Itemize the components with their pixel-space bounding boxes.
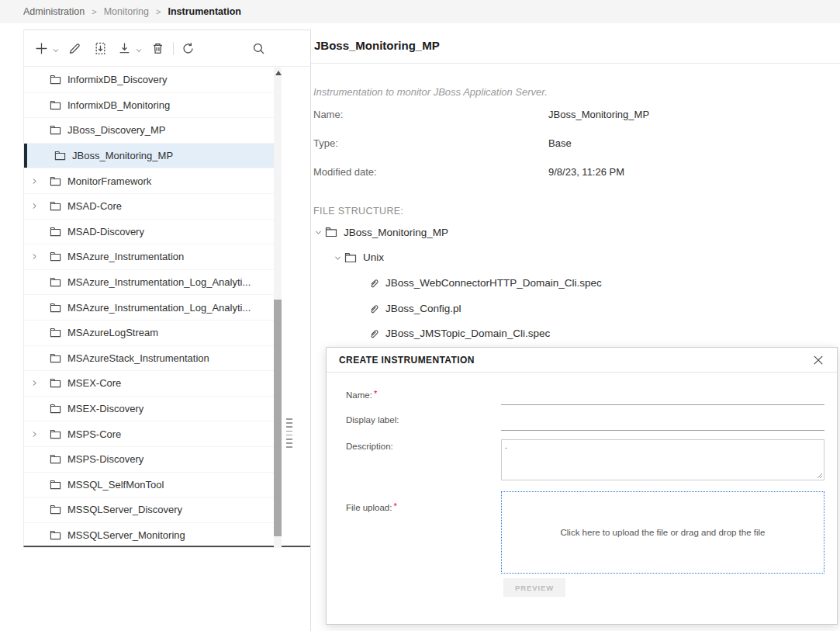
tree-item-mssqlserver-monitoring[interactable]: MSSQLServer_Monitoring: [24, 523, 274, 549]
tree-item-label: MSAD-Core: [67, 200, 122, 212]
breadcrumb: Administration > Monitoring > Instrument…: [0, 0, 840, 23]
fs-file-label: JBoss_WebConnectorHTTP_Domain_Cli.spec: [385, 277, 602, 289]
folder-icon: [49, 327, 62, 338]
chevron-right-icon[interactable]: [30, 177, 39, 185]
download-button[interactable]: [118, 41, 132, 55]
detail-label: Name:: [313, 109, 548, 120]
detail-row-type: Type: Base: [313, 137, 779, 149]
chevron-down-icon[interactable]: [313, 227, 324, 237]
edit-button[interactable]: [68, 41, 82, 55]
folder-icon: [49, 200, 62, 212]
toolbar: [24, 30, 310, 67]
refresh-button[interactable]: [181, 41, 195, 55]
fs-folder-label: Unix: [363, 251, 384, 263]
detail-row-modified-date: Modified date: 9/8/23, 11:26 PM: [313, 166, 779, 178]
detail-label: Modified date:: [313, 166, 548, 178]
tree-item-msps-core[interactable]: MSPS-Core: [24, 421, 274, 447]
page: Administration > Monitoring > Instrument…: [0, 0, 840, 631]
label-text: Display label:: [346, 415, 399, 425]
folder-icon: [324, 226, 338, 238]
tree-item-msazure-log-analytics-1[interactable]: MSAzure_Instrumentation_Log_Analyti...: [24, 270, 274, 296]
display-label-input[interactable]: [501, 418, 824, 431]
tree-item-msad-core[interactable]: MSAD-Core: [24, 194, 274, 220]
fs-root-folder[interactable]: JBoss_Monitoring_MP: [311, 220, 823, 245]
name-input[interactable]: [501, 393, 824, 405]
breadcrumb-administration[interactable]: Administration: [23, 6, 85, 17]
scrollbar-thumb[interactable]: [274, 300, 282, 536]
import-button[interactable]: [94, 41, 108, 55]
tree-item-mssql-selfmontool[interactable]: MSSQL_SelfMonTool: [24, 473, 274, 498]
tree-item-msazurestack-instrumentation[interactable]: MSAzureStack_Instrumentation: [24, 346, 274, 372]
breadcrumb-separator: >: [156, 7, 161, 16]
folder-icon: [49, 276, 62, 288]
tree-item-jboss-monitoring-mp[interactable]: JBoss_Monitoring_MP: [24, 144, 274, 169]
tree-item-jboss-discovery-mp[interactable]: JBoss_Discovery_MP: [24, 118, 274, 144]
label-text: Description:: [346, 442, 393, 451]
folder-icon: [49, 403, 62, 414]
folder-icon: [54, 150, 67, 161]
tree-item-mssqlserver-discovery[interactable]: MSSQLServer_Discovery: [24, 498, 274, 523]
toolbar-divider: [173, 42, 174, 55]
required-marker: *: [393, 501, 396, 511]
dialog-header: CREATE INSTRUMENTATION: [327, 348, 837, 373]
tree-item-monitorframework[interactable]: MonitorFramework: [24, 168, 274, 194]
tree-item-label: MSAzure_Instrumentation_Log_Analyti...: [67, 302, 251, 314]
tree-item-informixdb-monitoring[interactable]: InformixDB_Monitoring: [24, 93, 274, 119]
tree-item-msad-discovery[interactable]: MSAD-Discovery: [24, 220, 274, 245]
dialog-title: CREATE INSTRUMENTATION: [339, 355, 475, 366]
tree-item-label: MSAzure_Instrumentation: [67, 251, 184, 262]
file-upload-field-label: File upload:*: [346, 501, 397, 512]
tree-item-msps-discovery[interactable]: MSPS-Discovery: [24, 447, 274, 473]
chevron-right-icon[interactable]: [30, 379, 39, 387]
chevron-right-icon[interactable]: [30, 202, 39, 210]
folder-icon: [344, 251, 358, 264]
file-upload-dropzone[interactable]: Click here to upload the file or drag an…: [501, 491, 824, 574]
tree-item-label: InformixDB_Monitoring: [67, 99, 170, 111]
description-textarea[interactable]: .: [501, 439, 824, 480]
folder-icon: [49, 377, 62, 389]
close-icon[interactable]: [812, 354, 824, 366]
tree-item-label: InformixDB_Discovery: [67, 74, 168, 85]
fs-file[interactable]: JBoss_Config.pl: [311, 296, 823, 321]
folder-icon: [49, 529, 62, 541]
chevron-right-icon[interactable]: [30, 430, 39, 439]
tree-item-msazurelogstream[interactable]: MSAzureLogStream: [24, 321, 274, 346]
title-divider: [311, 63, 840, 64]
add-button[interactable]: [35, 41, 49, 55]
name-field-label: Name:*: [346, 389, 377, 400]
detail-value: 9/8/23, 11:26 PM: [548, 166, 624, 178]
tree-item-label: MSAzure_Instrumentation_Log_Analyti...: [67, 276, 251, 288]
tree-item-msazure-log-analytics-2[interactable]: MSAzure_Instrumentation_Log_Analyti...: [24, 295, 274, 321]
file-structure-heading: FILE STRUCTURE:: [313, 206, 403, 217]
fs-unix-folder[interactable]: Unix: [311, 245, 823, 271]
tree-item-label: MSPS-Discovery: [67, 453, 143, 465]
chevron-right-icon[interactable]: [30, 252, 39, 261]
attachment-icon: [368, 277, 380, 289]
details-description: Instrumentation to monitor JBoss Applica…: [313, 86, 548, 98]
add-dropdown-chevron-icon[interactable]: [52, 47, 60, 54]
tree-item-msex-discovery[interactable]: MSEX-Discovery: [24, 397, 274, 422]
tree-item-label: MSSQL_SelfMonTool: [67, 479, 164, 491]
search-button[interactable]: [252, 41, 266, 55]
panel-resize-handle[interactable]: [286, 418, 292, 449]
tree-item-label: MSAD-Discovery: [67, 226, 144, 237]
scroll-up-arrow-icon[interactable]: [275, 71, 282, 75]
fs-file[interactable]: JBoss_WebConnectorHTTP_Domain_Cli.spec: [311, 270, 823, 296]
detail-row-name: Name: JBoss_Monitoring_MP: [313, 109, 779, 120]
chevron-down-icon[interactable]: [332, 253, 344, 262]
folder-icon: [49, 479, 62, 491]
detail-label: Type:: [313, 137, 548, 149]
folder-icon: [49, 74, 62, 85]
fs-file[interactable]: JBoss_JMSTopic_Domain_Cli.spec: [311, 321, 823, 346]
tree-item-label: MSAzureStack_Instrumentation: [67, 352, 209, 364]
preview-button[interactable]: PREVIEW: [503, 578, 565, 597]
delete-button[interactable]: [151, 41, 165, 55]
download-dropdown-chevron-icon[interactable]: [135, 47, 143, 54]
tree-item-msazure-instrumentation[interactable]: MSAzure_Instrumentation: [24, 244, 274, 270]
breadcrumb-monitoring[interactable]: Monitoring: [104, 6, 149, 17]
file-structure-tree: JBoss_Monitoring_MP Unix JBoss_WebConnec…: [311, 220, 823, 346]
tree-item-label: MSSQLServer_Monitoring: [67, 529, 185, 541]
tree-item-informixdb-discovery[interactable]: InformixDB_Discovery: [24, 68, 274, 93]
tree-item-msex-core[interactable]: MSEX-Core: [24, 371, 274, 397]
folder-icon: [49, 453, 62, 465]
